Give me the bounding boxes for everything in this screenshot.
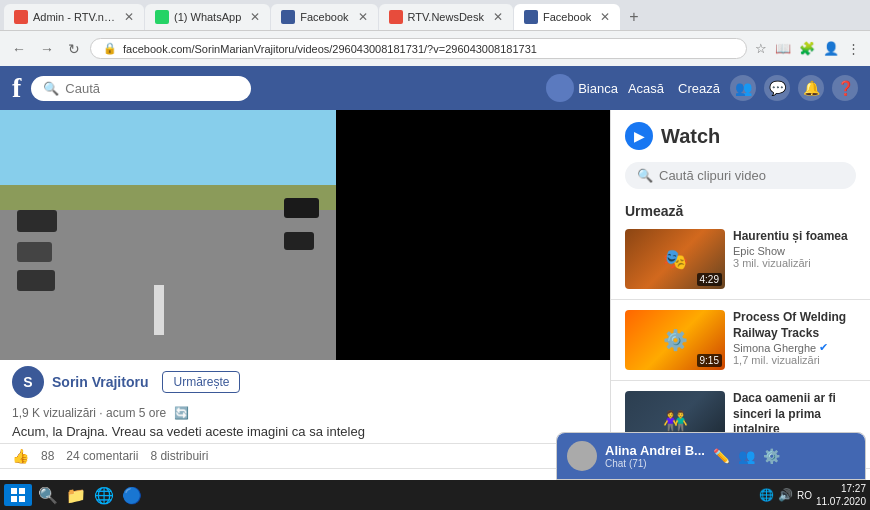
tab-close-whatsapp[interactable]: ✕ [250, 10, 260, 24]
watch-thumb-1: 🎭 4:29 [625, 229, 725, 289]
lock-icon: 🔒 [103, 42, 117, 55]
tab-title-admin: Admin - RTV.net - [33, 11, 115, 23]
watch-section-title: Urmează [611, 195, 870, 223]
nav-create[interactable]: Crează [678, 81, 720, 96]
back-button[interactable]: ← [8, 39, 30, 59]
help-icon[interactable]: ❓ [832, 75, 858, 101]
watch-item-channel-1: Epic Show [733, 245, 856, 257]
like-reaction: 👍 [12, 448, 29, 464]
tray-date-value: 11.07.2020 [816, 495, 866, 508]
watch-play-icon: ▶ [625, 122, 653, 150]
chat-popup-header: Alina Andrei B... Chat (71) ✏️ 👥 ⚙️ [557, 433, 865, 479]
tray-network-icon: 🌐 [759, 488, 774, 502]
tab-close-rtv[interactable]: ✕ [493, 10, 503, 24]
video-duration [596, 350, 604, 354]
video-player[interactable] [0, 110, 610, 360]
tab-favicon-fb1 [281, 10, 295, 24]
chat-badge: Chat (71) [605, 458, 705, 469]
shares-count: 8 distribuiri [150, 449, 208, 463]
taskbar-tray: 🌐 🔊 RO 17:27 11.07.2020 [759, 482, 866, 508]
poster-avatar: S [12, 366, 44, 398]
tray-lang[interactable]: RO [797, 490, 812, 501]
nav-icons: ☆ 📖 🧩 👤 ⋮ [753, 39, 862, 58]
poster-name[interactable]: Sorin Vrajitoru [52, 374, 148, 390]
watch-title: Watch [661, 125, 720, 148]
fb-user-avatar [546, 74, 574, 102]
taskbar-app[interactable]: 🔵 [120, 483, 144, 507]
chat-edit-icon[interactable]: ✏️ [713, 448, 730, 464]
fb-search-input[interactable] [65, 81, 235, 96]
post-text: Acum, la Drajna. Vreau sa vedeti aceste … [0, 422, 610, 443]
tab-close-admin[interactable]: ✕ [124, 10, 134, 24]
fb-logo: f [12, 74, 21, 102]
taskbar: 🔍 📁 🌐 🔵 🌐 🔊 RO 17:27 11.07.2020 [0, 480, 870, 510]
tab-favicon-whatsapp [155, 10, 169, 24]
svg-rect-1 [19, 488, 25, 494]
messenger-icon[interactable]: 💬 [764, 75, 790, 101]
star-icon[interactable]: ☆ [753, 39, 769, 58]
menu-icon[interactable]: ⋮ [845, 39, 862, 58]
watch-item-title-1: Haurentiu și foamea [733, 229, 856, 245]
fb-search-bar[interactable]: 🔍 [31, 76, 251, 101]
fb-header-icons: 👥 💬 🔔 ❓ [730, 75, 858, 101]
watch-search-bar[interactable]: 🔍 [625, 162, 856, 189]
watch-header: ▶ Watch [611, 110, 870, 156]
nav-home[interactable]: Acasă [628, 81, 664, 96]
watch-divider-1 [611, 299, 870, 300]
extension-icon[interactable]: 🧩 [797, 39, 817, 58]
svg-rect-3 [19, 496, 25, 502]
chat-settings-icon[interactable]: ⚙️ [763, 448, 780, 464]
tray-clock: 17:27 11.07.2020 [816, 482, 866, 508]
channel-name-1: Epic Show [733, 245, 785, 257]
stats-text: 1,9 K vizualizări · acum 5 ore [12, 406, 166, 420]
tab-whatsapp[interactable]: (1) WhatsApp ✕ [145, 4, 270, 30]
refresh-button[interactable]: ↻ [64, 39, 84, 59]
fb-search-icon: 🔍 [43, 81, 59, 96]
tab-favicon-fb2 [524, 10, 538, 24]
watch-search-input[interactable] [659, 168, 844, 183]
watch-item-channel-2: Simona Gherghe ✔ [733, 341, 856, 354]
tab-rtv[interactable]: RTV.NewsDesk ✕ [379, 4, 513, 30]
watch-item-2[interactable]: ⚙️ 9:15 Process Of Welding Railway Track… [611, 304, 870, 376]
watch-item-title-3: Daca oamenii ar fi sinceri la prima inta… [733, 391, 856, 438]
tab-facebook1[interactable]: Facebook ✕ [271, 4, 377, 30]
friends-icon[interactable]: 👥 [730, 75, 756, 101]
chat-people-icon[interactable]: 👥 [738, 448, 755, 464]
watch-divider-2 [611, 380, 870, 381]
watch-item-info-1: Haurentiu și foamea Epic Show 3 mil. viz… [733, 229, 856, 289]
browser-chrome: Admin - RTV.net - ✕ (1) WhatsApp ✕ Faceb… [0, 0, 870, 66]
taskbar-edge[interactable]: 🌐 [92, 483, 116, 507]
follow-button[interactable]: Urmărește [162, 371, 240, 393]
update-icon: 🔄 [174, 406, 189, 420]
watch-item-1[interactable]: 🎭 4:29 Haurentiu și foamea Epic Show 3 m… [611, 223, 870, 295]
chat-popup-icons: ✏️ 👥 ⚙️ [713, 448, 780, 464]
start-button[interactable] [4, 484, 32, 506]
nav-bar: ← → ↻ 🔒 facebook.com/SorinMarianVrajitor… [0, 30, 870, 66]
watch-search-icon: 🔍 [637, 168, 653, 183]
watch-thumb-time-1: 4:29 [697, 273, 722, 286]
watch-item-title-2: Process Of Welding Railway Tracks [733, 310, 856, 341]
svg-rect-2 [11, 496, 17, 502]
reactions-bar: 👍 88 24 comentarii 8 distribuiri [0, 443, 610, 468]
tab-title-whatsapp: (1) WhatsApp [174, 11, 241, 23]
fb-user-name[interactable]: Bianca [578, 81, 618, 96]
url-bar[interactable]: 🔒 facebook.com/SorinMarianVrajitoru/vide… [90, 38, 747, 59]
fb-nav-items: Acasă Crează [628, 81, 720, 96]
tab-facebook2[interactable]: Facebook ✕ [514, 4, 620, 30]
taskbar-search[interactable]: 🔍 [36, 483, 60, 507]
url-text: facebook.com/SorinMarianVrajitoru/videos… [123, 43, 537, 55]
new-tab-button[interactable]: + [621, 4, 646, 30]
tab-bar: Admin - RTV.net - ✕ (1) WhatsApp ✕ Faceb… [0, 0, 870, 30]
tab-close-fb1[interactable]: ✕ [358, 10, 368, 24]
taskbar-files[interactable]: 📁 [64, 483, 88, 507]
verified-icon-2: ✔ [819, 341, 828, 354]
account-icon[interactable]: 👤 [821, 39, 841, 58]
tab-close-fb2[interactable]: ✕ [600, 10, 610, 24]
comments-count: 24 comentarii [66, 449, 138, 463]
tab-admin[interactable]: Admin - RTV.net - ✕ [4, 4, 144, 30]
forward-button[interactable]: → [36, 39, 58, 59]
bookmark-icon[interactable]: 📖 [773, 39, 793, 58]
watch-thumb-2: ⚙️ 9:15 [625, 310, 725, 370]
notifications-icon[interactable]: 🔔 [798, 75, 824, 101]
svg-rect-0 [11, 488, 17, 494]
